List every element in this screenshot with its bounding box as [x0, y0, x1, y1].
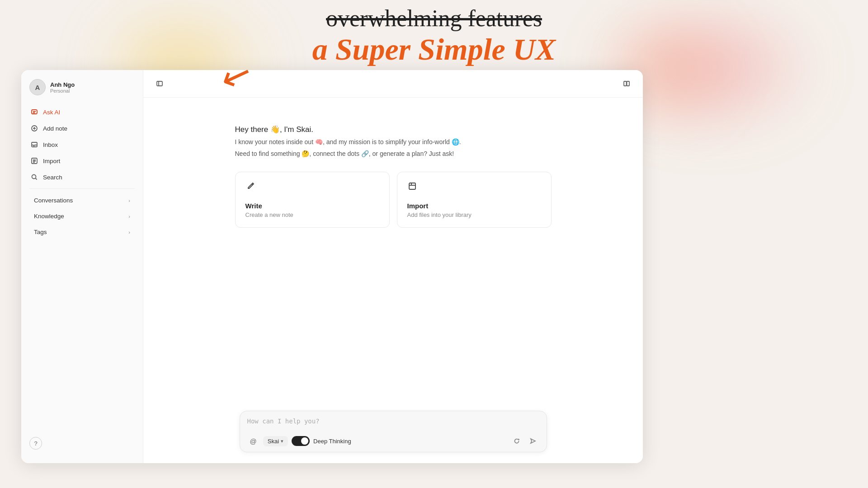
user-plan: Personal [50, 88, 75, 94]
mention-button[interactable]: @ [247, 436, 259, 446]
ai-name-label: Skai [268, 438, 279, 445]
chat-input[interactable] [247, 418, 539, 428]
welcome-line2: Need to find something 🤔, connect the do… [235, 149, 552, 159]
sidebar-item-inbox[interactable]: Inbox [26, 137, 138, 152]
svg-rect-6 [624, 81, 627, 86]
ai-selector[interactable]: Skai ▾ [263, 436, 288, 446]
svg-rect-8 [409, 183, 415, 189]
sidebar-divider-1 [29, 188, 135, 189]
toggle-knob [301, 437, 308, 445]
split-view-button[interactable] [619, 76, 634, 91]
ask-ai-label: Ask AI [43, 109, 60, 116]
svg-rect-5 [157, 81, 162, 86]
import-card-desc: Add files into your library [407, 211, 541, 218]
sidebar-item-add-note[interactable]: Add note [26, 121, 138, 136]
ai-selector-chevron-icon: ▾ [281, 438, 283, 444]
chat-area: Hey there 👋, I'm Skai. I know your notes… [143, 98, 643, 463]
svg-rect-7 [627, 81, 630, 86]
welcome-line1: I know your notes inside out 🧠, and my m… [235, 137, 552, 147]
avatar: A [29, 79, 46, 95]
add-note-label: Add note [43, 125, 67, 132]
import-label: Import [43, 158, 60, 164]
import-card-icon [407, 181, 541, 194]
user-info: Anh Ngo Personal [50, 81, 75, 94]
chevron-right-icon-2: › [128, 214, 130, 219]
promo-overlay: overwhelming features a Super Simple UX [312, 5, 556, 66]
inbox-icon [30, 141, 38, 149]
sidebar-footer: ? [21, 432, 143, 454]
search-icon [30, 173, 38, 181]
ask-ai-icon [30, 108, 38, 116]
conversations-label: Conversations [34, 197, 73, 204]
input-footer-left: @ Skai ▾ Deep Thinking [247, 436, 351, 446]
refresh-button[interactable] [510, 435, 523, 447]
highlight-label: a Super Simple UX [312, 33, 556, 66]
main-content: Hey there 👋, I'm Skai. I know your notes… [143, 70, 643, 463]
user-name: Anh Ngo [50, 81, 75, 88]
import-icon [30, 157, 38, 165]
import-card[interactable]: Import Add files into your library [397, 172, 552, 228]
inbox-label: Inbox [43, 141, 58, 148]
chevron-right-icon-3: › [128, 230, 130, 235]
chat-input-container: @ Skai ▾ Deep Thinking [240, 411, 547, 452]
toolbar-left [152, 76, 167, 91]
input-footer-right [510, 435, 539, 447]
write-card-title: Write [245, 202, 379, 210]
sidebar-item-search[interactable]: Search [26, 169, 138, 185]
tags-label: Tags [34, 229, 47, 235]
sidebar-item-knowledge[interactable]: Knowledge › [26, 208, 138, 224]
knowledge-label: Knowledge [34, 213, 64, 220]
sidebar-nav: Ask AI Add note [21, 104, 143, 185]
strikethrough-label: overwhelming features [312, 5, 556, 33]
chevron-right-icon: › [128, 198, 130, 203]
action-cards: Write Create a new note Import [235, 172, 552, 228]
deep-thinking-label: Deep Thinking [313, 438, 351, 445]
toggle-sidebar-button[interactable] [152, 76, 167, 91]
search-label: Search [43, 174, 62, 181]
write-card-desc: Create a new note [245, 211, 379, 218]
sidebar-item-conversations[interactable]: Conversations › [26, 192, 138, 208]
sidebar-item-tags[interactable]: Tags › [26, 224, 138, 240]
write-card-icon [245, 181, 379, 194]
write-card[interactable]: Write Create a new note [235, 172, 390, 228]
app-window: A Anh Ngo Personal Ask AI [21, 70, 643, 463]
svg-point-4 [32, 175, 36, 179]
add-note-icon [30, 124, 38, 132]
svg-rect-2 [32, 142, 37, 147]
deep-thinking-toggle[interactable]: Deep Thinking [292, 436, 351, 446]
toggle-switch[interactable] [292, 436, 310, 446]
welcome-greeting: Hey there 👋, I'm Skai. [235, 125, 552, 134]
sidebar-item-import[interactable]: Import [26, 153, 138, 169]
help-button[interactable]: ? [29, 437, 42, 450]
chat-input-footer: @ Skai ▾ Deep Thinking [247, 435, 539, 447]
send-button[interactable] [527, 435, 539, 447]
welcome-section: Hey there 👋, I'm Skai. I know your notes… [235, 125, 552, 228]
user-profile[interactable]: A Anh Ngo Personal [21, 79, 143, 104]
sidebar: A Anh Ngo Personal Ask AI [21, 70, 143, 463]
sidebar-item-ask-ai[interactable]: Ask AI [26, 104, 138, 120]
import-card-title: Import [407, 202, 541, 210]
